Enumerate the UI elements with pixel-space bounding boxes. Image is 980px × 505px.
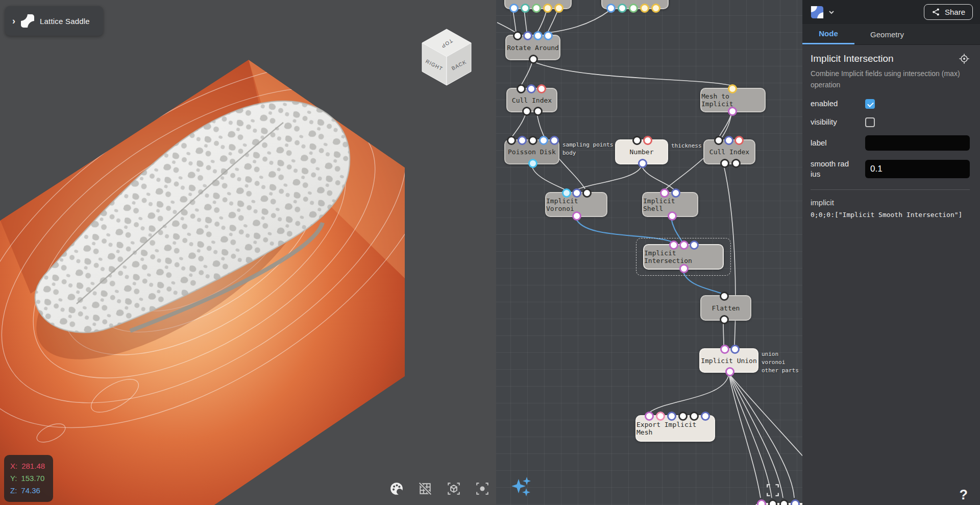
share-button[interactable]: Share [924, 4, 973, 20]
port[interactable] [618, 4, 627, 13]
port[interactable] [638, 159, 647, 168]
node-implicit-voronoi[interactable]: Implicit Voronoi [545, 192, 607, 217]
label-input[interactable] [865, 135, 970, 151]
port[interactable] [521, 4, 530, 13]
node-number[interactable]: Number [615, 139, 668, 164]
smooth-radius-input[interactable] [865, 160, 970, 178]
node-implicit-shell[interactable]: Implicit Shell [642, 192, 698, 217]
port[interactable] [669, 241, 678, 250]
port[interactable] [671, 188, 680, 198]
node-rotate-around[interactable]: Rotate Around [505, 35, 560, 60]
node-partial-top-b[interactable] [601, 0, 669, 9]
node-partial-top-a[interactable] [504, 0, 572, 9]
port[interactable] [728, 107, 737, 116]
port[interactable] [513, 31, 522, 40]
port[interactable] [528, 159, 537, 168]
port[interactable] [734, 136, 744, 145]
port[interactable] [523, 31, 532, 40]
grid-off-icon[interactable] [418, 481, 433, 496]
node-cull-index-1[interactable]: Cull Index [506, 88, 557, 112]
port[interactable] [528, 136, 537, 145]
node-mesh-to-implicit[interactable]: Mesh to Implicit [700, 88, 766, 112]
port[interactable] [554, 4, 564, 13]
port[interactable] [518, 136, 527, 145]
port[interactable] [668, 211, 677, 221]
port[interactable] [714, 136, 723, 145]
port[interactable] [724, 136, 733, 145]
frame-model-icon[interactable] [446, 481, 461, 496]
node-implicit-union[interactable]: Implicit Union [699, 348, 758, 373]
visibility-checkbox[interactable] [865, 117, 875, 127]
field-row-smooth-radius: smooth radius [811, 159, 970, 179]
tab-node[interactable]: Node [802, 24, 854, 44]
node-poisson-disk[interactable]: Poisson Disk [504, 139, 559, 164]
port[interactable] [757, 499, 766, 505]
node-label: Flatten [712, 304, 740, 312]
workspace-menu[interactable] [811, 6, 835, 19]
port[interactable] [720, 345, 729, 354]
port[interactable] [651, 4, 660, 13]
port[interactable] [720, 159, 729, 168]
port[interactable] [667, 412, 676, 421]
port[interactable] [507, 136, 516, 145]
port[interactable] [543, 4, 552, 13]
port[interactable] [728, 84, 737, 93]
port[interactable] [522, 107, 531, 116]
enabled-checkbox[interactable] [865, 99, 875, 109]
port[interactable] [533, 107, 543, 116]
port[interactable] [527, 84, 536, 93]
locate-node-icon[interactable] [959, 53, 970, 64]
port[interactable] [730, 345, 740, 354]
viewport-3d[interactable]: TOP RIGHT BACK › Lattice Saddle X:281.48… [0, 0, 496, 505]
port[interactable] [606, 4, 616, 13]
port[interactable] [679, 241, 689, 250]
port[interactable] [720, 292, 729, 301]
node-implicit-intersection[interactable]: Implicit Intersection [643, 244, 724, 270]
port[interactable] [632, 136, 642, 145]
node-partial-bottom[interactable] [754, 503, 802, 505]
port[interactable] [517, 84, 526, 93]
port[interactable] [572, 188, 581, 198]
port[interactable] [643, 136, 652, 145]
port[interactable] [679, 264, 689, 273]
port[interactable] [572, 211, 581, 221]
port[interactable] [791, 499, 800, 505]
port[interactable] [779, 499, 789, 505]
fit-view-icon[interactable] [766, 483, 780, 497]
port[interactable] [640, 4, 649, 13]
port[interactable] [509, 4, 519, 13]
node-export-implicit-mesh[interactable]: Export Implicit Mesh [635, 415, 715, 442]
port[interactable] [562, 188, 571, 198]
port[interactable] [656, 412, 665, 421]
node-editor[interactable]: Rotate Around Cull Index Mesh to Implici… [496, 0, 802, 505]
palette-icon[interactable] [389, 481, 404, 496]
focus-model-icon[interactable] [475, 481, 490, 496]
scene-canvas[interactable]: TOP RIGHT BACK [0, 0, 496, 505]
port[interactable] [768, 499, 777, 505]
port[interactable] [533, 31, 543, 40]
port[interactable] [537, 84, 546, 93]
port[interactable] [529, 55, 538, 64]
inspector-header: Share [802, 0, 980, 24]
help-button[interactable]: ? [960, 487, 968, 503]
port[interactable] [582, 188, 592, 198]
port[interactable] [645, 412, 654, 421]
port[interactable] [701, 412, 710, 421]
tab-geometry[interactable]: Geometry [854, 24, 920, 44]
port[interactable] [539, 136, 548, 145]
port[interactable] [544, 31, 553, 40]
port[interactable] [678, 412, 688, 421]
node-flatten[interactable]: Flatten [700, 295, 751, 321]
port[interactable] [731, 159, 741, 168]
node-cull-index-2[interactable]: Cull Index [703, 139, 755, 164]
port[interactable] [720, 315, 729, 324]
port[interactable] [660, 188, 669, 198]
port[interactable] [725, 367, 734, 376]
port[interactable] [532, 4, 541, 13]
port[interactable] [629, 4, 638, 13]
port[interactable] [550, 136, 559, 145]
port[interactable] [690, 241, 699, 250]
ai-sparkle-icon[interactable] [509, 475, 536, 501]
collapse-chevron-icon[interactable]: › [12, 16, 15, 27]
port[interactable] [690, 412, 699, 421]
